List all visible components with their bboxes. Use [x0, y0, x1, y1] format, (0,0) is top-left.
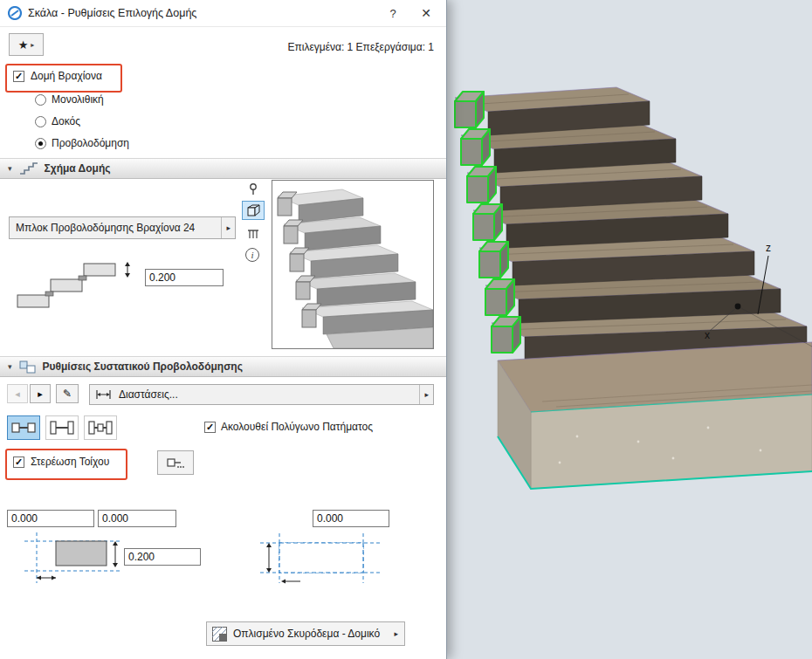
wall-fixing-icon	[167, 456, 184, 469]
connection-type-3-icon	[88, 421, 113, 435]
material-chip-icon	[212, 627, 227, 642]
collapse-icon: ▾	[8, 164, 12, 173]
block-height-schematic	[7, 253, 138, 316]
info-button[interactable]: i	[245, 248, 259, 262]
dropdown-arrow-icon: ▸	[419, 385, 433, 404]
next-component-button[interactable]: ▸	[30, 384, 51, 403]
component-grid-icon	[19, 360, 37, 374]
dimension-icon	[95, 389, 113, 400]
dialog-title: Σκάλα - Ρυθμίσεις Επιλογής Δομής	[28, 7, 196, 19]
cantilever-block-dropdown-value: Μπλοκ Προβολοδόμησης Βραχίονα 24	[10, 222, 195, 234]
follow-polygon-checkbox[interactable]: ✓	[204, 422, 216, 433]
railing-view-button[interactable]	[242, 223, 265, 243]
radio-beam-label: Δοκός	[52, 115, 80, 127]
dimensions-dropdown[interactable]: Διαστάσεις... ▸	[89, 384, 434, 405]
thickness-input[interactable]	[124, 548, 201, 566]
pin-view-button[interactable]	[242, 180, 265, 199]
railing-icon	[246, 227, 260, 240]
block-height-input[interactable]	[145, 269, 224, 286]
dimensions-dropdown-value: Διαστάσεις...	[113, 388, 178, 401]
offset-left-input[interactable]	[7, 510, 94, 527]
radio-monolithic[interactable]	[35, 94, 46, 106]
star-icon: ★	[18, 38, 29, 51]
cantilever-block-dropdown[interactable]: Μπλοκ Προβολοδόμησης Βραχίονα 24 ▸	[9, 216, 236, 239]
building-material-button[interactable]: Οπλισμένο Σκυρόδεμα - Δομικό ▸	[206, 621, 405, 646]
dropdown-arrow-icon: ▸	[221, 217, 235, 238]
landing-slab-schematic	[260, 529, 382, 590]
cube-icon	[246, 203, 261, 217]
cross-section-schematic	[24, 532, 124, 585]
beam-structure-label: Δομή Βραχίονα	[31, 70, 102, 82]
3d-viewport[interactable]: z x	[446, 0, 812, 659]
building-material-label: Οπλισμένο Σκυρόδεμα - Δομικό	[233, 628, 380, 640]
check-icon: ✓	[206, 422, 214, 432]
dialog-titlebar[interactable]: Σκάλα - Ρυθμίσεις Επιλογής Δομής ? ✕	[0, 0, 446, 27]
wall-fixing-label: Στερέωση Τοίχου	[31, 456, 109, 468]
stair-structure-settings-dialog: Σκάλα - Ρυθμίσεις Επιλογής Δομής ? ✕ ★ ▸…	[0, 0, 447, 659]
shape-section-title: Σχήμα Δομής	[45, 162, 111, 175]
axis-x-label: x	[705, 329, 710, 341]
structure-preview	[272, 180, 434, 349]
connection-type-1-button[interactable]	[7, 415, 40, 440]
collapse-icon: ▾	[8, 362, 12, 371]
edit-icon: ✎	[63, 388, 72, 400]
flyout-arrow-icon: ▸	[31, 41, 34, 49]
edit-component-button[interactable]: ✎	[56, 384, 79, 403]
stair-3d-render: z x	[446, 0, 812, 659]
connection-type-2-button[interactable]	[45, 415, 79, 440]
wall-fixing-options-button[interactable]	[157, 450, 194, 475]
follow-polygon-label: Ακολουθεί Πολύγωνο Πατήματος	[221, 421, 373, 433]
check-icon: ✓	[15, 457, 23, 467]
info-icon: i	[251, 250, 253, 260]
origin-dot[interactable]	[735, 304, 741, 310]
offset-far-input[interactable]	[313, 510, 389, 527]
radio-monolithic-label: Μονολιθική	[52, 93, 104, 106]
offset-right-input[interactable]	[98, 510, 176, 527]
previous-component-button[interactable]: ◂	[7, 384, 28, 403]
close-button[interactable]: ✕	[411, 0, 441, 26]
axis-z-label: z	[766, 242, 771, 254]
selection-info: Επιλεγμένα: 1 Επεξεργάσιμα: 1	[287, 41, 434, 53]
component-section-header[interactable]: ▾ Ρυθμίσεις Συστατικού Προβολοδόμησης	[0, 356, 446, 377]
favorites-button[interactable]: ★ ▸	[9, 33, 44, 56]
shape-section-header[interactable]: ▾ Σχήμα Δομής	[0, 158, 446, 179]
pin-icon	[246, 182, 260, 196]
stair-shape-icon	[19, 162, 38, 175]
component-section-title: Ρυθμίσεις Συστατικού Προβολοδόμησης	[43, 360, 243, 373]
connection-type-3-button[interactable]	[84, 415, 117, 440]
beam-structure-checkbox[interactable]: ✓	[13, 71, 24, 82]
connection-type-2-icon	[50, 421, 74, 435]
app-icon	[8, 6, 22, 20]
dropdown-arrow-icon: ▸	[394, 629, 404, 638]
wall-fixing-checkbox[interactable]: ✓	[13, 456, 24, 468]
radio-cantilevered[interactable]	[35, 138, 46, 149]
check-icon: ✓	[15, 72, 23, 81]
model-view-button[interactable]	[242, 201, 265, 220]
radio-beam[interactable]	[35, 116, 46, 127]
help-button[interactable]: ?	[378, 0, 408, 26]
connection-type-1-icon	[11, 421, 36, 435]
preview-stair-image	[272, 181, 433, 348]
radio-cantilevered-label: Προβολοδόμηση	[52, 137, 129, 149]
